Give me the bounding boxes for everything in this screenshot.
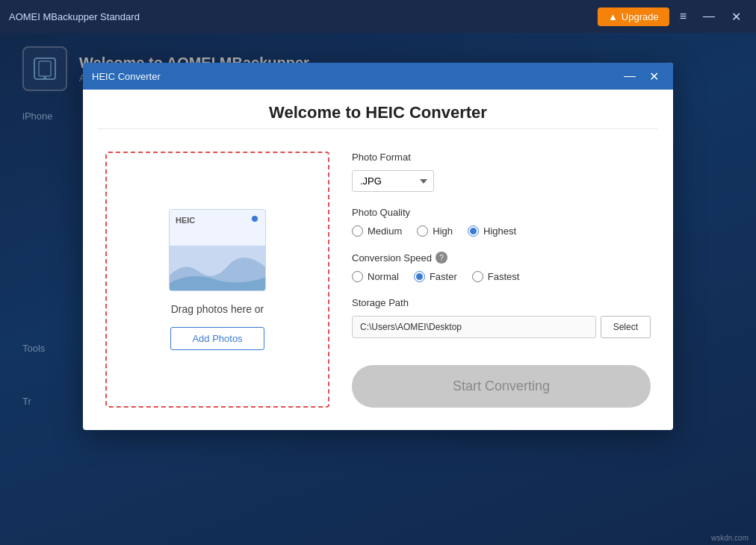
drag-text: Drag photos here or xyxy=(171,303,264,315)
speed-normal-label: Normal xyxy=(368,271,399,282)
quality-highest-item[interactable]: Highest xyxy=(468,225,516,237)
speed-fastest-item[interactable]: Fastest xyxy=(472,271,520,282)
photo-quality-options: Medium High Highest xyxy=(352,225,651,237)
quality-medium-radio[interactable] xyxy=(352,225,363,237)
photo-quality-row: Photo Quality Medium High xyxy=(352,207,651,237)
speed-normal-item[interactable]: Normal xyxy=(352,271,399,282)
storage-path-row: Storage Path Select xyxy=(352,297,651,338)
select-path-button[interactable]: Select xyxy=(601,316,651,338)
dialog-body: HEIC Drag photos here or Add Photos xyxy=(83,129,673,430)
heic-icon: HEIC xyxy=(169,209,266,291)
drop-zone[interactable]: HEIC Drag photos here or Add Photos xyxy=(105,152,329,408)
conversion-speed-label: Conversion Speed ? xyxy=(352,252,651,264)
dialog-controls: — ✕ xyxy=(619,67,664,85)
upgrade-arrow-icon: ▲ xyxy=(608,11,618,22)
add-photos-button[interactable]: Add Photos xyxy=(170,327,264,350)
photo-format-select[interactable]: .JPG .PNG xyxy=(352,170,434,192)
dialog-minimize-button[interactable]: — xyxy=(619,67,640,85)
speed-fastest-radio[interactable] xyxy=(472,271,483,282)
menu-button[interactable]: ≡ xyxy=(674,7,693,26)
speed-faster-item[interactable]: Faster xyxy=(414,271,457,282)
title-bar-left: AOMEI MBackupper Standard xyxy=(9,11,140,22)
quality-high-label: High xyxy=(433,225,453,237)
settings-panel: Photo Format .JPG .PNG Photo Quality xyxy=(352,144,651,408)
heic-label-text: HEIC xyxy=(176,216,195,225)
quality-medium-item[interactable]: Medium xyxy=(352,225,402,237)
storage-path-input-row: Select xyxy=(352,316,651,338)
speed-faster-label: Faster xyxy=(430,271,457,282)
quality-high-radio[interactable] xyxy=(417,225,428,237)
close-button[interactable]: ✕ xyxy=(725,7,747,27)
quality-high-item[interactable]: High xyxy=(417,225,453,237)
photo-quality-label: Photo Quality xyxy=(352,207,651,218)
title-bar-controls: ▲ Upgrade ≡ — ✕ xyxy=(598,7,747,27)
app-title: AOMEI MBackupper Standard xyxy=(9,11,140,22)
upgrade-button[interactable]: ▲ Upgrade xyxy=(598,7,669,26)
quality-highest-label: Highest xyxy=(483,225,516,237)
conversion-speed-row: Conversion Speed ? Normal Faster xyxy=(352,252,651,282)
help-icon[interactable]: ? xyxy=(436,252,447,264)
dialog-titlebar: HEIC Converter — ✕ xyxy=(83,63,673,90)
storage-path-label: Storage Path xyxy=(352,297,651,308)
quality-highest-radio[interactable] xyxy=(468,225,479,237)
start-converting-button[interactable]: Start Converting xyxy=(352,365,651,408)
speed-faster-radio[interactable] xyxy=(414,271,425,282)
dialog-overlay: HEIC Converter — ✕ Welcome to HEIC Conve… xyxy=(0,33,756,545)
photo-format-row: Photo Format .JPG .PNG xyxy=(352,152,651,192)
heic-dot xyxy=(252,216,258,222)
conversion-speed-options: Normal Faster Fastest xyxy=(352,271,651,282)
dialog-close-button[interactable]: ✕ xyxy=(643,67,664,85)
storage-path-input[interactable] xyxy=(352,316,596,338)
title-bar: AOMEI MBackupper Standard ▲ Upgrade ≡ — … xyxy=(0,0,756,33)
dialog-heading: Welcome to HEIC Converter xyxy=(98,90,658,129)
watermark: wskdn.com xyxy=(711,534,749,542)
app-background: Welcome to AOMEI MBackupper Always keep … xyxy=(0,33,756,545)
speed-fastest-label: Fastest xyxy=(488,271,520,282)
dialog-title: HEIC Converter xyxy=(92,71,161,82)
minimize-button[interactable]: — xyxy=(697,7,721,26)
speed-normal-radio[interactable] xyxy=(352,271,363,282)
quality-medium-label: Medium xyxy=(368,225,402,237)
photo-format-label: Photo Format xyxy=(352,152,651,163)
heic-converter-dialog: HEIC Converter — ✕ Welcome to HEIC Conve… xyxy=(83,63,673,430)
